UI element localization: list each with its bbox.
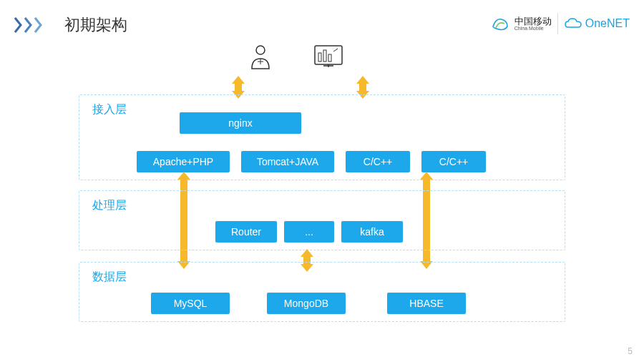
process-layer-label: 处理层 (92, 198, 127, 213)
mysql-box: MySQL (151, 293, 230, 314)
router-box: Router (215, 221, 277, 243)
ccpp-box-2: C/C++ (421, 151, 486, 172)
svg-rect-3 (323, 50, 326, 62)
svg-rect-4 (328, 54, 331, 62)
onenet-logo: OneNET (564, 17, 630, 30)
svg-rect-2 (318, 53, 321, 62)
hbase-box: HBASE (387, 293, 466, 314)
ccpp-box-1: C/C++ (346, 151, 410, 172)
logo-en-text: China Mobile (514, 26, 552, 31)
user-icon (249, 43, 272, 73)
dashboard-icon (313, 43, 343, 73)
logo-cn-text: 中国移动 (514, 16, 552, 26)
kafka-box: kafka (341, 221, 403, 243)
title-chevrons-icon (14, 16, 44, 34)
ellipsis-box: ... (284, 221, 334, 243)
data-layer: 数据层 MySQL MongoDB HBASE (79, 262, 565, 322)
china-mobile-logo: 中国移动 China Mobile (490, 14, 552, 34)
access-layer-label: 接入层 (92, 102, 127, 117)
nginx-box: nginx (180, 112, 301, 134)
access-layer: 接入层 nginx Apache+PHP Tomcat+JAVA C/C++ C… (79, 94, 565, 180)
onenet-text: OneNET (585, 17, 630, 30)
process-layer: 处理层 Router ... kafka (79, 190, 565, 250)
svg-point-0 (256, 46, 265, 54)
page-number: 5 (628, 346, 633, 356)
architecture-diagram: 接入层 nginx Apache+PHP Tomcat+JAVA C/C++ C… (72, 43, 572, 343)
apache-php-box: Apache+PHP (137, 151, 230, 172)
logo-separator (557, 13, 558, 34)
page-title: 初期架构 (64, 14, 127, 36)
tomcat-java-box: Tomcat+JAVA (241, 151, 334, 172)
data-layer-label: 数据层 (92, 270, 127, 285)
mongodb-box: MongoDB (267, 293, 346, 314)
